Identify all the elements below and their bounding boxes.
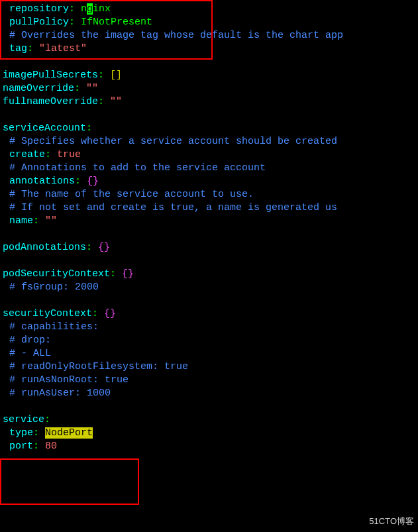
yaml-comment: # Annotations to add to the service acco…	[3, 162, 418, 175]
yaml-line: imagePullSecrets: []	[3, 69, 418, 82]
yaml-line: fullnameOverride: ""	[3, 95, 418, 109]
yaml-line: create: true	[3, 148, 418, 162]
yaml-line: port: 80	[3, 440, 418, 453]
watermark: 51CTO博客	[369, 515, 414, 528]
yaml-line: serviceAccount:	[3, 122, 418, 135]
yaml-comment: # Specifies whether a service account sh…	[3, 135, 418, 148]
yaml-comment: # Overrides the image tag whose default …	[3, 29, 418, 42]
yaml-line: podSecurityContext: {}	[3, 268, 418, 281]
yaml-comment: # readOnlyRootFilesystem: true	[3, 360, 418, 374]
yaml-line: annotations: {}	[3, 175, 418, 188]
yaml-line: type: NodePort	[3, 427, 418, 440]
highlighted-value: NodePort	[45, 427, 93, 439]
yaml-comment: # The name of the service account to use…	[3, 188, 418, 201]
yaml-comment: # runAsUser: 1000	[3, 387, 418, 400]
yaml-comment: # - ALL	[3, 347, 418, 360]
yaml-line: tag: "latest"	[3, 42, 418, 56]
yaml-comment: # runAsNonRoot: true	[3, 374, 418, 387]
yaml-line: repository: nginx	[3, 3, 418, 16]
yaml-line: pullPolicy: IfNotPresent	[3, 16, 418, 29]
yaml-line: name: ""	[3, 215, 418, 228]
code-editor[interactable]: repository: nginx pullPolicy: IfNotPrese…	[3, 3, 418, 453]
yaml-line: securityContext: {}	[3, 307, 418, 321]
yaml-comment: # fsGroup: 2000	[3, 281, 418, 294]
highlight-box-bottom	[0, 458, 139, 505]
yaml-comment: # capabilities:	[3, 321, 418, 334]
yaml-line: service:	[3, 413, 418, 427]
yaml-comment: # If not set and create is true, a name …	[3, 201, 418, 215]
yaml-comment: # drop:	[3, 334, 418, 347]
cursor: g	[87, 3, 93, 15]
yaml-line: nameOverride: ""	[3, 82, 418, 95]
yaml-line: podAnnotations: {}	[3, 241, 418, 254]
